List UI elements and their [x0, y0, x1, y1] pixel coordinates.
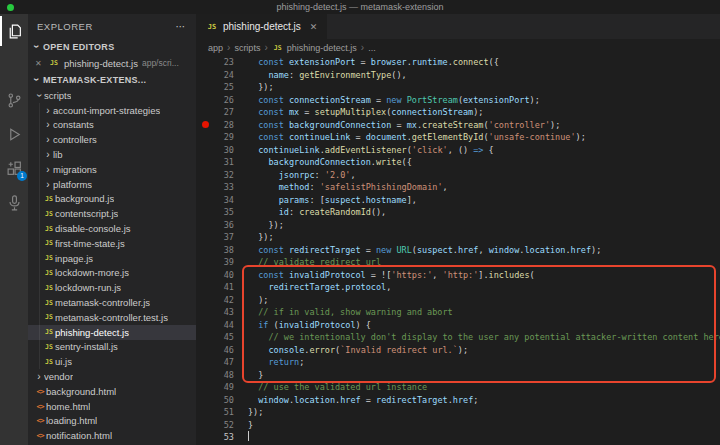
run-debug-icon[interactable] — [0, 119, 28, 149]
code-line-33[interactable]: 33 method: 'safelistPhishingDomain', — [196, 181, 720, 194]
tree-item-controllers[interactable]: ›controllers — [28, 132, 196, 147]
source-control-icon[interactable] — [0, 85, 28, 115]
code-line-40[interactable]: 40 const invalidProtocol = !['https:', '… — [196, 269, 720, 282]
tree-item-background.js[interactable]: JSbackground.js — [28, 192, 196, 207]
line-number[interactable]: 25 — [196, 81, 234, 94]
tree-item-lib[interactable]: ›lib — [28, 147, 196, 162]
code-line-50[interactable]: 50 window.location.href = redirectTarget… — [196, 394, 720, 407]
line-number[interactable]: 48 — [196, 369, 234, 382]
line-number[interactable]: 28 — [196, 119, 234, 132]
line-number[interactable]: 29 — [196, 131, 234, 144]
code-line-44[interactable]: 44 if (invalidProtocol) { — [196, 319, 720, 332]
explorer-icon[interactable] — [0, 16, 28, 46]
breadcrumb-item[interactable]: app — [208, 43, 223, 53]
close-icon[interactable]: ✕ — [35, 59, 44, 68]
line-number[interactable]: 42 — [196, 294, 234, 307]
line-number[interactable]: 23 — [196, 56, 234, 69]
line-number[interactable]: 40 — [196, 269, 234, 282]
line-number[interactable]: 32 — [196, 169, 234, 182]
tab-phishing-detect[interactable]: JS phishing-detect.js ✕ — [196, 14, 327, 39]
line-number[interactable]: 35 — [196, 206, 234, 219]
code-line-25[interactable]: 25 }); — [196, 81, 720, 94]
extensions-icon[interactable]: 1 — [0, 153, 28, 183]
code-line-38[interactable]: 38 const redirectTarget = new URL(suspec… — [196, 244, 720, 257]
code-line-35[interactable]: 35 id: createRandomId(), — [196, 206, 720, 219]
line-number[interactable]: 52 — [196, 419, 234, 432]
line-number[interactable]: 33 — [196, 181, 234, 194]
line-number[interactable]: 43 — [196, 306, 234, 319]
line-number[interactable]: 27 — [196, 106, 234, 119]
open-editors-header[interactable]: › OPEN EDITORS — [28, 38, 196, 55]
line-number[interactable]: 39 — [196, 256, 234, 269]
tree-item-inpage.js[interactable]: JSinpage.js — [28, 251, 196, 266]
tree-item-lockdown-more.js[interactable]: JSlockdown-more.js — [28, 266, 196, 281]
tree-item-home.html[interactable]: <>home.html — [28, 399, 196, 414]
line-number[interactable]: 46 — [196, 344, 234, 357]
code-line-43[interactable]: 43 // if in valid, show warning and abor… — [196, 306, 720, 319]
tree-item-metamask-controller.test.js[interactable]: JSmetamask-controller.test.js — [28, 310, 196, 325]
tree-item-account-import-strategies[interactable]: ›account-import-strategies — [28, 103, 196, 118]
code-line-24[interactable]: 24 name: getEnvironmentType(), — [196, 69, 720, 82]
breadcrumb-item[interactable]: ... — [368, 43, 376, 53]
line-number[interactable]: 24 — [196, 69, 234, 82]
line-number[interactable]: 51 — [196, 406, 234, 419]
tree-item-vendor[interactable]: ›vendor — [28, 369, 196, 384]
line-number[interactable]: 34 — [196, 194, 234, 207]
code-line-27[interactable]: 27 const mx = setupMultiplex(connectionS… — [196, 106, 720, 119]
tree-item-first-time-state.js[interactable]: JSfirst-time-state.js — [28, 236, 196, 251]
line-number[interactable]: 41 — [196, 281, 234, 294]
line-number[interactable]: 37 — [196, 231, 234, 244]
tree-item-loading.html[interactable]: <>loading.html — [28, 414, 196, 429]
line-number[interactable]: 31 — [196, 156, 234, 169]
line-number[interactable]: 30 — [196, 144, 234, 157]
tree-item-ui.js[interactable]: JSui.js — [28, 354, 196, 369]
tree-item-scripts[interactable]: ›scripts — [28, 88, 196, 103]
breadcrumb-item[interactable]: JSphishing-detect.js — [272, 43, 357, 53]
tree-item-metamask-controller.js[interactable]: JSmetamask-controller.js — [28, 295, 196, 310]
code-line-48[interactable]: 48 } — [196, 369, 720, 382]
breadcrumb-item[interactable]: scripts — [234, 43, 260, 53]
tree-item-constants[interactable]: ›constants — [28, 118, 196, 133]
line-number[interactable]: 36 — [196, 219, 234, 232]
code-line-47[interactable]: 47 return; — [196, 356, 720, 369]
window-control-icon[interactable] — [7, 4, 14, 11]
line-number[interactable]: 50 — [196, 394, 234, 407]
code-line-46[interactable]: 46 console.error(`Invalid redirect url.`… — [196, 344, 720, 357]
code-line-26[interactable]: 26 const connectionStream = new PortStre… — [196, 94, 720, 107]
code-line-23[interactable]: 23 const extensionPort = browser.runtime… — [196, 56, 720, 69]
code-line-31[interactable]: 31 backgroundConnection.write({ — [196, 156, 720, 169]
code-line-53[interactable]: 53 — [196, 431, 720, 444]
tree-item-background.html[interactable]: <>background.html — [28, 384, 196, 399]
project-header[interactable]: › METAMASK-EXTENS... — [28, 71, 196, 88]
open-editor-item[interactable]: ✕JSphishing-detect.jsapp/scri... — [28, 55, 196, 71]
line-number[interactable]: 38 — [196, 244, 234, 257]
line-number[interactable]: 26 — [196, 94, 234, 107]
code-line-30[interactable]: 30 continueLink.addEventListener('click'… — [196, 144, 720, 157]
tree-item-lockdown-run.js[interactable]: JSlockdown-run.js — [28, 280, 196, 295]
code-line-51[interactable]: 51}); — [196, 406, 720, 419]
code-line-45[interactable]: 45 // we intentionally don't display to … — [196, 331, 720, 344]
code-line-49[interactable]: 49 // use the validated url instance — [196, 381, 720, 394]
code-line-52[interactable]: 52} — [196, 419, 720, 432]
more-actions-icon[interactable]: ⋯ — [176, 21, 187, 32]
code-line-29[interactable]: 29 const continueLink = document.getElem… — [196, 131, 720, 144]
tree-item-platforms[interactable]: ›platforms — [28, 177, 196, 192]
code-line-37[interactable]: 37 }); — [196, 231, 720, 244]
code-line-41[interactable]: 41 redirectTarget.protocol, — [196, 281, 720, 294]
tree-item-sentry-install.js[interactable]: JSsentry-install.js — [28, 340, 196, 355]
tree-item-contentscript.js[interactable]: JScontentscript.js — [28, 206, 196, 221]
tree-item-notification.html[interactable]: <>notification.html — [28, 428, 196, 443]
code-line-42[interactable]: 42 ); — [196, 294, 720, 307]
microphone-icon[interactable] — [0, 187, 28, 217]
line-number[interactable]: 49 — [196, 381, 234, 394]
code-line-34[interactable]: 34 params: [suspect.hostname], — [196, 194, 720, 207]
code-line-36[interactable]: 36 }); — [196, 219, 720, 232]
line-number[interactable]: 44 — [196, 319, 234, 332]
tree-item-phishing-detect.js[interactable]: JSphishing-detect.js — [28, 325, 196, 340]
line-number[interactable]: 45 — [196, 331, 234, 344]
code-line-39[interactable]: 39 // validate redirect url — [196, 256, 720, 269]
code-line-32[interactable]: 32 jsonrpc: '2.0', — [196, 169, 720, 182]
code-editor[interactable]: 23 const extensionPort = browser.runtime… — [196, 56, 720, 445]
tree-item-migrations[interactable]: ›migrations — [28, 162, 196, 177]
close-icon[interactable]: ✕ — [310, 22, 318, 32]
